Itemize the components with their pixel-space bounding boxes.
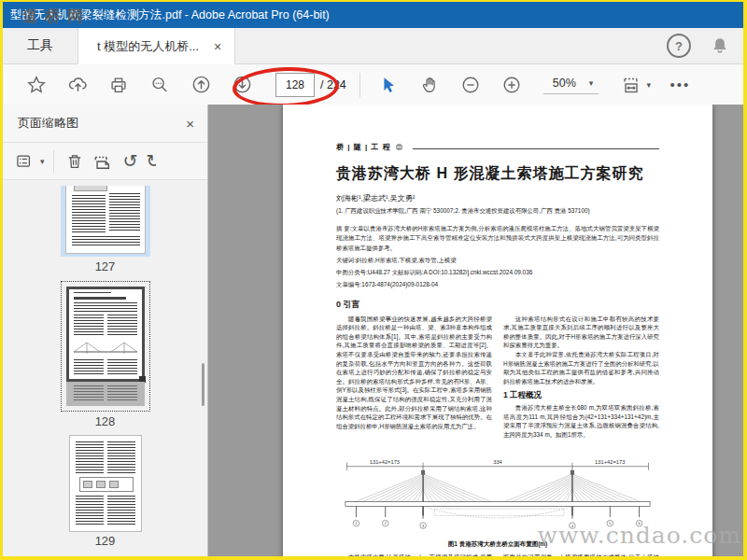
zoom-out-icon[interactable] bbox=[459, 74, 482, 96]
svg-text:131+42=173: 131+42=173 bbox=[370, 459, 400, 465]
fit-width-icon[interactable]: ▾ bbox=[619, 74, 651, 96]
section-1-heading: 1 工程概况 bbox=[503, 389, 659, 401]
rotate-clockwise-icon[interactable]: ↻ bbox=[147, 152, 156, 170]
toolbar-divider bbox=[359, 73, 360, 97]
tabbar-right: ? bbox=[667, 28, 743, 63]
panel-title: 页面缩略图 bbox=[18, 115, 78, 132]
body-columns: 随着我国桥梁事业的快速发展,越来越多的大跨径桥梁选择斜拉桥。斜拉桥是一种由塔、梁… bbox=[336, 315, 659, 451]
thumbnail-128-preview bbox=[66, 287, 145, 406]
zoom-level-value: 50% bbox=[553, 77, 576, 90]
thumbnail-list: 127 bbox=[3, 180, 207, 556]
zoom-level-select[interactable]: 50% ▾ bbox=[543, 75, 599, 94]
hand-tool-icon[interactable] bbox=[418, 74, 441, 96]
bottom-right-paragraph: 断面处均设置倒角。上横梁将两塔柱连成整体,位于上塔柱顶以下4 m处,属于下横梁设… bbox=[503, 553, 659, 557]
svg-text:6: 6 bbox=[638, 521, 641, 525]
thumbnail-128-label: 128 bbox=[95, 414, 116, 428]
thumbnail-129-preview bbox=[70, 436, 141, 531]
next-page-icon[interactable] bbox=[231, 74, 253, 96]
chevron-down-icon: ▾ bbox=[40, 157, 45, 166]
title-bar: 型的无人机桥梁裂缝检测方法.pdf - Adobe Acrobat Pro (6… bbox=[3, 2, 743, 28]
tab-tools[interactable]: 工具 bbox=[3, 28, 78, 63]
print-icon[interactable] bbox=[107, 74, 130, 96]
window-title: 型的无人机桥梁裂缝检测方法.pdf - Adobe Acrobat Pro (6… bbox=[10, 7, 330, 23]
acrobat-window: 型的无人机桥梁裂缝检测方法.pdf - Adobe Acrobat Pro (6… bbox=[3, 2, 743, 556]
right-paragraph-2: 本文基于此种背景,依托贵港苏湾大桥实际工程项目,对H形钢筋混凝土索塔的施工方案进… bbox=[503, 350, 659, 385]
paper-article-number: 文章编号:1673-4874(2024)09-0128-04 bbox=[336, 280, 659, 289]
thumbnail-page-127[interactable]: 127 bbox=[3, 186, 207, 273]
content-area: 页面缩略图 × ▾ ↺ bbox=[3, 105, 743, 556]
delete-pages-icon[interactable] bbox=[63, 149, 87, 174]
document-pane: 桥 | 隧 | 工 程 贵港苏湾大桥 H 形混凝土索塔施工方案研究 刘海彬¹,梁… bbox=[208, 105, 743, 556]
pdf-page: 桥 | 隧 | 工 程 贵港苏湾大桥 H 形混凝土索塔施工方案研究 刘海彬¹,梁… bbox=[283, 105, 712, 556]
thumbnail-options-icon[interactable] bbox=[12, 149, 36, 174]
share-upload-icon[interactable] bbox=[66, 74, 89, 96]
crop-pages-icon[interactable] bbox=[91, 149, 115, 174]
bottom-columns: 大桥索塔由两 H 形塔柱、上、下横梁及塔冠组成,采用C50混凝土,塔底近塔标高为… bbox=[336, 553, 659, 557]
panel-scrollbar[interactable] bbox=[202, 363, 204, 406]
previous-page-icon[interactable] bbox=[190, 74, 212, 96]
intro-paragraph: 随着我国桥梁事业的快速发展,越来越多的大跨径桥梁选择斜拉桥。斜拉桥是一种由塔、梁… bbox=[336, 315, 492, 431]
svg-text:334: 334 bbox=[493, 459, 502, 465]
svg-text:3: 3 bbox=[422, 523, 425, 527]
bottom-column-right: 断面处均设置倒角。上横梁将两塔柱连成整体,位于上塔柱顶以下4 m处,属于下横梁设… bbox=[503, 553, 659, 557]
paper-clc-line: 中图分类号:U448.27 文献标识码:A DOI:10.13282/j.cnk… bbox=[336, 268, 659, 277]
paper-abstract: 摘 要:文章以贵港市苏湾大桥的H形索塔施工方案为例,分析索塔的液压爬模塔柱施工方… bbox=[336, 224, 659, 253]
help-icon[interactable]: ? bbox=[667, 34, 691, 58]
body-column-left: 随着我国桥梁事业的快速发展,越来越多的大跨径桥梁选择斜拉桥。斜拉桥是一种由塔、梁… bbox=[336, 315, 492, 451]
chevron-down-icon: ▾ bbox=[647, 80, 652, 90]
page-thumbnails-panel: 页面缩略图 × ▾ ↺ bbox=[3, 105, 208, 556]
page-total-label: / 224 bbox=[320, 78, 346, 91]
figure-1: 131+42=173 334 131+42=173 bbox=[336, 456, 659, 549]
svg-text:1: 1 bbox=[355, 521, 358, 525]
bottom-left-paragraph: 大桥索塔由两 H 形塔柱、上、下横梁及塔冠组成,采用C50混凝土,塔底近塔标高为… bbox=[336, 553, 492, 557]
section-1-paragraph: 贵港苏湾大桥主桥全长680 m,为双塔双索面斜拉桥,索塔高度为111 m,其跨径… bbox=[503, 403, 659, 439]
paper-authors: 刘海彬¹,梁志武¹,吴文勇² bbox=[336, 193, 659, 203]
bridge-elevation-diagram: 131+42=173 334 131+42=173 bbox=[336, 456, 659, 535]
page-number-input[interactable] bbox=[275, 73, 315, 97]
journal-header: 桥 | 隧 | 工 程 bbox=[336, 142, 659, 152]
svg-text:2: 2 bbox=[385, 521, 388, 525]
figure-1-caption: 图1 贵港苏湾大桥主桥立面布置图(m) bbox=[336, 540, 659, 549]
panel-close-icon[interactable]: × bbox=[186, 116, 194, 132]
search-icon[interactable] bbox=[148, 74, 171, 96]
tab-document[interactable]: t 模型的无人机桥... × bbox=[78, 28, 235, 64]
thumbnail-page-129[interactable]: 129 bbox=[3, 436, 207, 548]
main-toolbar: / 224 50% ▾ ▾ ••• bbox=[3, 64, 743, 105]
journal-logo-icon bbox=[395, 143, 403, 151]
tab-close-icon[interactable]: × bbox=[214, 39, 221, 54]
rotate-counterclockwise-icon[interactable]: ↺ bbox=[119, 149, 143, 174]
chevron-down-icon: ▾ bbox=[589, 78, 594, 88]
thumbnail-128-viewbox[interactable] bbox=[66, 287, 145, 382]
thumbnail-page-128[interactable]: 128 bbox=[3, 281, 207, 428]
right-paragraph-1: 这种索塔结构形式在设计和施工中都有较高的技术要求,其施工质量直接关系到后续工序的… bbox=[503, 315, 659, 350]
tab-tools-label: 工具 bbox=[27, 37, 53, 54]
svg-text:4: 4 bbox=[571, 523, 574, 527]
panel-toolbar: ▾ ↺ ↻ bbox=[3, 143, 207, 180]
zoom-in-icon[interactable] bbox=[500, 74, 523, 96]
favorite-star-icon[interactable] bbox=[25, 74, 48, 96]
tab-document-label: t 模型的无人机桥... bbox=[97, 38, 199, 55]
svg-text:131+42=173: 131+42=173 bbox=[595, 459, 625, 465]
panel-divider bbox=[53, 150, 54, 173]
thumbnail-127-preview bbox=[66, 186, 145, 253]
paper-keywords: 关键词:斜拉桥,H形索塔,下横梁,索导管,上横梁 bbox=[336, 256, 659, 265]
thumbnail-129-label: 129 bbox=[95, 534, 116, 548]
paper-title: 贵港苏湾大桥 H 形混凝土索塔施工方案研究 bbox=[336, 164, 659, 184]
more-tools-icon[interactable]: ••• bbox=[669, 77, 690, 92]
paper-affiliation: (1. 广西建设职业技术学院,广西 南宁 530007;2. 贵港市交通投资建设… bbox=[336, 207, 659, 216]
body-column-right: 这种索塔结构形式在设计和施工中都有较高的技术要求,其施工质量直接关系到后续工序的… bbox=[503, 315, 659, 451]
bottom-column-left: 大桥索塔由两 H 形塔柱、上、下横梁及塔冠组成,采用C50混凝土,塔底近塔标高为… bbox=[336, 553, 492, 557]
svg-text:5: 5 bbox=[609, 521, 612, 525]
thumbnail-127-label: 127 bbox=[95, 259, 116, 273]
tab-bar: 工具 t 模型的无人机桥... × ? bbox=[3, 28, 743, 64]
journal-header-text: 桥 | 隧 | 工 程 bbox=[336, 142, 391, 152]
page-navigation: / 224 bbox=[275, 73, 346, 97]
notification-bell-icon[interactable] bbox=[710, 35, 730, 56]
section-0-heading: 0 引言 bbox=[336, 299, 659, 311]
select-cursor-icon[interactable] bbox=[377, 74, 400, 96]
